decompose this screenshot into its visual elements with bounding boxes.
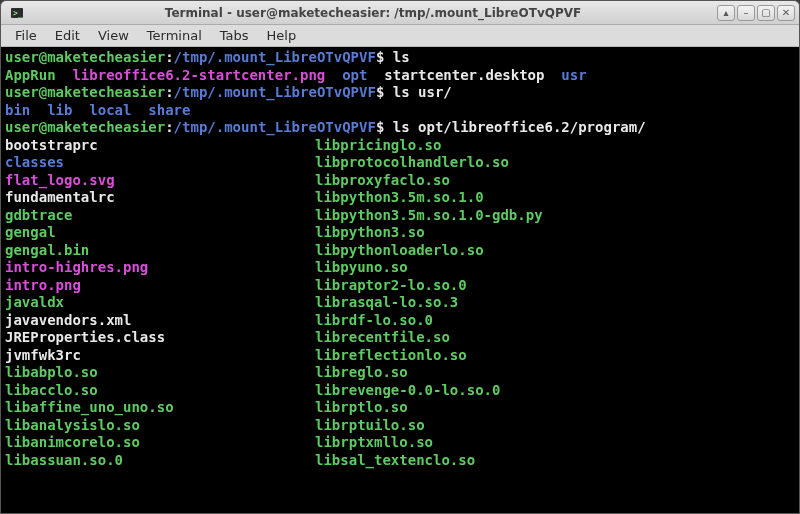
terminal-text [30,102,47,118]
terminal-text: libpython3.5m.so.1.0-gdb.py [315,207,543,225]
terminal-text: local [89,102,131,118]
terminal-text: librdf-lo.so.0 [315,312,433,330]
menu-view[interactable]: View [90,26,137,45]
terminal-text: gdbtrace [5,207,72,223]
terminal-content[interactable]: user@maketecheasier:/tmp/.mount_LibreOTv… [1,47,799,513]
terminal-text: intro.png [5,277,81,293]
terminal-text: : [165,84,173,100]
terminal-text: share [148,102,190,118]
terminal-text: librasqal-lo.so.3 [315,294,458,312]
terminal-text: libsal_textenclo.so [315,452,475,470]
menu-file[interactable]: File [7,26,45,45]
maximize-button[interactable]: ▢ [757,5,775,21]
terminal-text: ls [393,49,410,65]
terminal-text: libprotocolhandlerlo.so [315,154,509,172]
menu-tabs[interactable]: Tabs [212,26,257,45]
terminal-text: libaffine_uno_uno.so [5,399,174,415]
minimize-button[interactable]: – [737,5,755,21]
terminal-text: /tmp/.mount_LibreOTvQPVF [174,49,376,65]
terminal-text: user@maketecheasier [5,49,165,65]
terminal-text: librptuilo.so [315,417,425,435]
terminal-text: libanimcorelo.so [5,434,140,450]
terminal-text: libanalysislo.so [5,417,140,433]
terminal-text: bootstraprc [5,137,98,153]
terminal-text: /tmp/.mount_LibreOTvQPVF [174,84,376,100]
terminal-window: >_ Terminal - user@maketecheasier: /tmp/… [0,0,800,514]
menu-help[interactable]: Help [259,26,305,45]
terminal-text: libreglo.so [315,364,408,382]
terminal-text: gengal.bin [5,242,89,258]
terminal-text [367,67,384,83]
terminal-text: intro-highres.png [5,259,148,275]
terminal-text: ls usr/ [393,84,452,100]
terminal-text: flat_logo.svg [5,172,115,188]
terminal-text: librecentfile.so [315,329,450,347]
terminal-text: javaldx [5,294,64,310]
terminal-text: bin [5,102,30,118]
terminal-text: $ [376,119,393,135]
terminal-text [56,67,73,83]
rollup-button[interactable]: ▴ [717,5,735,21]
terminal-text: : [165,119,173,135]
terminal-text [72,102,89,118]
terminal-text: javavendors.xml [5,312,131,328]
terminal-text: JREProperties.class [5,329,165,345]
terminal-text: lib [47,102,72,118]
terminal-text: jvmfwk3rc [5,347,81,363]
terminal-text: $ [376,49,393,65]
app-icon: >_ [9,5,25,21]
terminal-text: librevenge-0.0-lo.so.0 [315,382,500,400]
terminal-text: libacclo.so [5,382,98,398]
menu-edit[interactable]: Edit [47,26,88,45]
titlebar[interactable]: >_ Terminal - user@maketecheasier: /tmp/… [1,1,799,25]
terminal-text: libraptor2-lo.so.0 [315,277,467,295]
terminal-text: libpython3.5m.so.1.0 [315,189,484,207]
terminal-text: libassuan.so.0 [5,452,123,468]
close-button[interactable]: ✕ [777,5,795,21]
terminal-text: usr [561,67,586,83]
terminal-text: libabplo.so [5,364,98,380]
terminal-text: user@maketecheasier [5,119,165,135]
window-controls: ▴ – ▢ ✕ [717,5,795,21]
terminal-text: librptlo.so [315,399,408,417]
window-title: Terminal - user@maketecheasier: /tmp/.mo… [29,6,717,20]
terminal-text: librptxmllo.so [315,434,433,452]
terminal-text: gengal [5,224,56,240]
terminal-text: startcenter.desktop [384,67,544,83]
terminal-text: libreoffice6.2-startcenter.png [72,67,325,83]
menubar: File Edit View Terminal Tabs Help [1,25,799,47]
terminal-text: $ [376,84,393,100]
terminal-text: libproxyfaclo.so [315,172,450,190]
terminal-text: libreflectionlo.so [315,347,467,365]
terminal-text: libpricinglo.so [315,137,441,155]
terminal-text [325,67,342,83]
terminal-text: libpyuno.so [315,259,408,277]
svg-text:>_: >_ [13,9,23,18]
terminal-text: /tmp/.mount_LibreOTvQPVF [174,119,376,135]
terminal-text: user@maketecheasier [5,84,165,100]
terminal-text: opt [342,67,367,83]
terminal-text: ls opt/libreoffice6.2/program/ [393,119,646,135]
terminal-text [131,102,148,118]
terminal-text: classes [5,154,64,170]
menu-terminal[interactable]: Terminal [139,26,210,45]
terminal-text [544,67,561,83]
terminal-text: fundamentalrc [5,189,115,205]
terminal-text: : [165,49,173,65]
terminal-text: libpython3.so [315,224,425,242]
terminal-text: libpythonloaderlo.so [315,242,484,260]
terminal-text: AppRun [5,67,56,83]
